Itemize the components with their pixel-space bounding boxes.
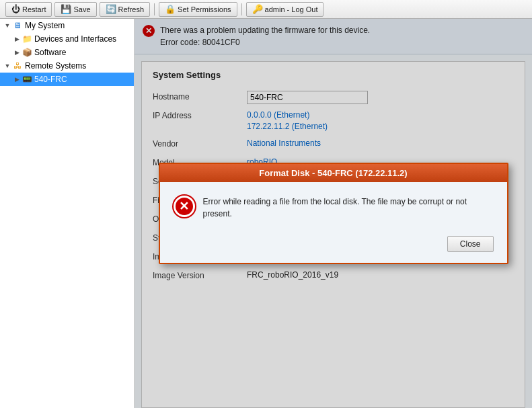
device-540-label: 540-FRC	[34, 75, 67, 84]
sidebar-item-software[interactable]: ▶ 📦 Software	[0, 46, 134, 59]
key-icon: 🔑	[252, 4, 263, 14]
expander-software: ▶	[12, 48, 22, 57]
set-permissions-button[interactable]: 🔒 Set Permissions	[159, 2, 237, 17]
expander-remote-systems: ▼	[3, 61, 12, 71]
software-icon: 📦	[22, 47, 32, 58]
my-system-label: My System	[25, 21, 65, 30]
dialog-error-text: Error while reading a file from the loca…	[203, 196, 494, 220]
device-icon: 📟	[22, 74, 32, 85]
dialog-footer: Close	[174, 231, 494, 252]
dialog-error-icon: ✕	[174, 196, 195, 217]
format-dialog-title: Format Disk - 540-FRC (172.22.11.2)	[160, 164, 507, 182]
expander-my-system: ▼	[3, 21, 12, 30]
restart-icon: ⏻	[11, 4, 20, 14]
remote-systems-label: Remote Systems	[25, 61, 86, 71]
sidebar-item-my-system[interactable]: ▼ 🖥 My System	[0, 19, 134, 32]
sidebar-item-devices[interactable]: ▶ 📁 Devices and Interfaces	[0, 32, 134, 46]
save-label: Save	[73, 5, 90, 13]
dialog-overlay: Format Disk - 540-FRC (172.22.11.2) ✕ Er…	[135, 19, 532, 408]
refresh-button[interactable]: 🔄 Refresh	[100, 2, 151, 17]
save-button[interactable]: 💾 Save	[54, 2, 96, 17]
software-label: Software	[34, 48, 66, 57]
sidebar-item-540-frc[interactable]: ▶ 📟 540-FRC	[0, 73, 134, 86]
lock-icon: 🔒	[165, 4, 176, 14]
format-disk-dialog: Format Disk - 540-FRC (172.22.11.2) ✕ Er…	[159, 163, 508, 264]
refresh-icon: 🔄	[106, 4, 116, 14]
restart-label: Restart	[22, 5, 46, 13]
admin-logout-button[interactable]: 🔑 admin - Log Out	[246, 2, 324, 17]
toolbar-separator	[154, 3, 155, 15]
refresh-label: Refresh	[118, 5, 145, 13]
close-button[interactable]: Close	[447, 236, 494, 252]
save-icon: 💾	[61, 4, 71, 14]
expander-devices: ▶	[12, 34, 22, 44]
devices-label: Devices and Interfaces	[34, 34, 116, 44]
set-permissions-label: Set Permissions	[178, 5, 231, 13]
expander-540: ▶	[12, 75, 22, 84]
admin-logout-label: admin - Log Out	[265, 5, 318, 13]
sidebar-item-remote-systems[interactable]: ▼ 🖧 Remote Systems	[0, 59, 134, 73]
remote-systems-icon: 🖧	[12, 60, 23, 71]
toolbar: ⏻ Restart 💾 Save 🔄 Refresh 🔒 Set Permiss…	[0, 0, 532, 19]
dialog-error-row: ✕ Error while reading a file from the lo…	[174, 196, 494, 220]
main-layout: ▼ 🖥 My System ▶ 📁 Devices and Interfaces…	[0, 19, 532, 408]
devices-icon: 📁	[22, 34, 32, 44]
restart-button[interactable]: ⏻ Restart	[5, 2, 52, 17]
toolbar-separator-2	[241, 3, 242, 15]
computer-icon: 🖥	[12, 20, 23, 31]
content-area: ✕ There was a problem updating the firmw…	[135, 19, 532, 408]
format-dialog-body: ✕ Error while reading a file from the lo…	[160, 182, 507, 263]
sidebar: ▼ 🖥 My System ▶ 📁 Devices and Interfaces…	[0, 19, 135, 408]
